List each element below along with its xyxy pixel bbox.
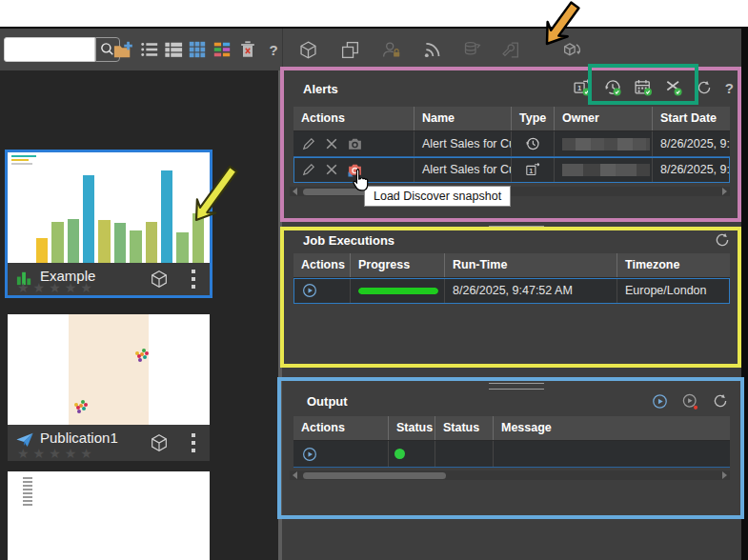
star-icon[interactable]: ★ <box>17 447 33 460</box>
column-header-progress[interactable]: Progress <box>351 253 445 277</box>
check-out-button[interactable] <box>297 39 318 60</box>
job-row-1-selected[interactable]: 8/26/2025, 9:47:52 AM Europe/London <box>293 278 730 304</box>
type-run-once-icon: 1 <box>524 162 541 177</box>
output-row-1[interactable] <box>293 441 730 468</box>
tile-tabulation-sum[interactable]: Tabulation_Sum ★★★★★ <box>8 471 210 560</box>
rerun-output-icon[interactable] <box>301 446 318 463</box>
star-icon[interactable]: ★ <box>49 447 65 460</box>
thumbnail-bar <box>83 175 94 263</box>
tile-view-button[interactable] <box>187 39 208 60</box>
job-timezone: Europe/London <box>617 278 730 303</box>
column-header-status-2[interactable]: Status <box>435 416 494 440</box>
scroll-right-arrow[interactable] <box>722 188 727 195</box>
column-header-actions[interactable]: Actions <box>293 107 414 130</box>
new-folder-icon <box>112 40 133 59</box>
load-snapshot-icon-hover[interactable] <box>347 162 363 177</box>
load-snapshot-icon[interactable] <box>347 136 363 151</box>
output-run-button[interactable] <box>650 391 669 410</box>
panel-splitter[interactable] <box>489 220 544 227</box>
column-header-actions[interactable]: Actions <box>293 253 351 277</box>
data-preview-button-disabled <box>461 39 482 60</box>
tile-example-labelbar: Example ★★★★★ <box>8 263 210 295</box>
notifications-panel: Alerts 1 ? Actions Name Type <box>282 70 741 560</box>
star-icon[interactable]: ★ <box>17 281 33 294</box>
tile-menu-button[interactable] <box>192 270 196 289</box>
star-icon[interactable]: ★ <box>80 281 96 294</box>
alerts-title: Alerts <box>303 82 338 96</box>
column-header-owner[interactable]: Owner <box>555 107 653 130</box>
play-circle-icon <box>651 392 669 410</box>
alerts-refresh-button[interactable] <box>695 78 714 97</box>
new-folder-button[interactable] <box>112 39 133 60</box>
scroll-left-arrow[interactable] <box>293 471 297 479</box>
table-preview-marks <box>23 477 32 506</box>
delete-icon[interactable] <box>325 163 338 176</box>
scroll-left-arrow[interactable] <box>293 188 297 195</box>
list-view-button[interactable] <box>139 39 160 60</box>
alert-row-2-selected[interactable]: Alert Sales for Cus 1 8/26/2025, 9:35 <box>293 157 730 183</box>
column-header-run-time[interactable]: Run-Time <box>445 253 617 277</box>
star-icon[interactable]: ★ <box>33 447 50 460</box>
delete-icon[interactable] <box>325 137 338 150</box>
database-icon <box>462 40 482 60</box>
column-header-message[interactable]: Message <box>494 416 730 440</box>
checked-in-icon[interactable] <box>149 432 170 453</box>
file-explorer-sidebar: Example ★★★★★ Publication1 <box>0 70 282 560</box>
reprocess-button[interactable] <box>561 39 582 60</box>
scrollbar-thumb[interactable] <box>303 472 446 479</box>
scroll-right-arrow[interactable] <box>722 471 727 479</box>
output-run-errors-button[interactable] <box>680 391 699 410</box>
toolbar: ? ◇ ‹ × <box>0 29 741 70</box>
play-circle-alert-icon <box>681 392 699 410</box>
layers-icon <box>340 40 360 60</box>
star-icon[interactable]: ★ <box>33 281 50 294</box>
column-header-timezone[interactable]: Timezone <box>617 253 730 277</box>
delete-button[interactable] <box>237 39 258 60</box>
tile-publication1[interactable]: Publication1 ★★★★★ <box>8 314 210 461</box>
help-button[interactable]: ? <box>263 39 284 60</box>
live-connection-button[interactable] <box>421 39 442 60</box>
grouped-view-button[interactable] <box>212 39 232 60</box>
detail-view-button[interactable] <box>163 39 184 60</box>
alert-reschedule-button[interactable] <box>603 78 622 97</box>
output-refresh-button[interactable] <box>711 391 730 410</box>
copies-button[interactable] <box>339 39 360 60</box>
output-horizontal-scrollbar[interactable] <box>290 470 730 480</box>
column-header-status-1[interactable]: Status <box>389 416 435 440</box>
refresh-icon <box>712 392 729 410</box>
publication-page-preview <box>69 314 149 425</box>
panel-splitter[interactable] <box>489 383 544 390</box>
clock-history-check-icon <box>603 78 622 97</box>
edit-icon[interactable] <box>301 136 316 151</box>
tile-example-selected[interactable]: Example ★★★★★ <box>5 150 212 298</box>
alert-schedule-calendar-button[interactable] <box>634 78 653 97</box>
rating-stars[interactable]: ★★★★★ <box>17 447 96 460</box>
alert-row-1[interactable]: Alert Sales for Cus 8/26/2025, 9:00 <box>293 131 730 157</box>
column-header-actions[interactable]: Actions <box>293 416 389 440</box>
cancel-check-icon <box>664 78 683 97</box>
checked-in-icon[interactable] <box>149 269 170 290</box>
search-input[interactable] <box>4 37 95 62</box>
jobs-table: Actions Progress Run-Time Timezone 8/26/… <box>293 253 730 304</box>
thumbnail-bar <box>146 222 157 263</box>
tile-publication1-thumbnail <box>8 314 210 425</box>
star-icon[interactable]: ★ <box>65 447 81 460</box>
alert-start-date: 8/26/2025, 9:00 <box>653 131 730 156</box>
column-header-name[interactable]: Name <box>414 107 512 130</box>
progress-fill <box>358 288 438 294</box>
window-right-border <box>741 27 748 560</box>
jobs-refresh-button[interactable] <box>713 230 732 250</box>
star-icon[interactable]: ★ <box>65 281 81 294</box>
alerts-help-icon[interactable]: ? <box>725 80 734 96</box>
alert-cancel-schedule-button[interactable] <box>664 78 683 97</box>
star-icon[interactable]: ★ <box>80 447 96 460</box>
tile-menu-button[interactable] <box>192 433 196 452</box>
output-table-header: Actions Status Status Message <box>293 416 730 441</box>
alert-run-once-button[interactable]: 1 <box>573 78 592 97</box>
edit-icon[interactable] <box>301 162 316 177</box>
rerun-job-icon[interactable] <box>301 282 318 299</box>
star-icon[interactable]: ★ <box>49 281 65 294</box>
column-header-start-date[interactable]: Start Date <box>653 107 730 130</box>
rating-stars[interactable]: ★★★★★ <box>17 281 96 294</box>
column-header-type[interactable]: Type <box>512 107 555 130</box>
